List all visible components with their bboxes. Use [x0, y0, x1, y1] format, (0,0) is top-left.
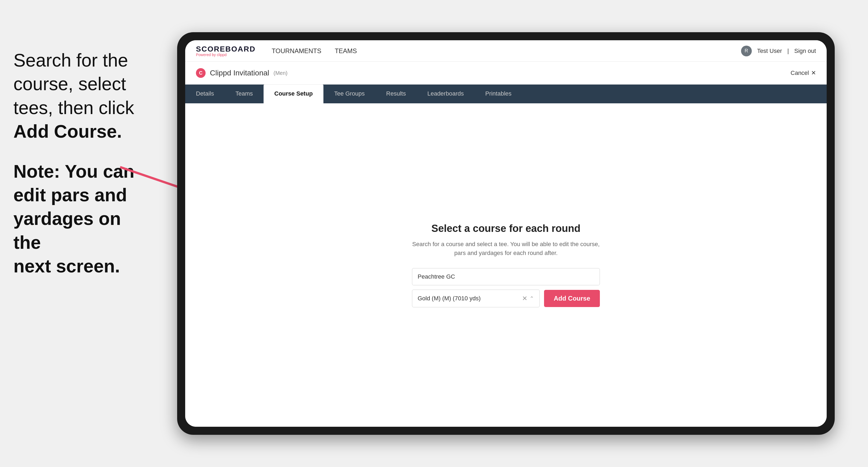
tournament-icon: C — [196, 68, 206, 78]
add-course-button[interactable]: Add Course — [544, 290, 600, 307]
nav-left: SCOREBOARD Powered by clippd TOURNAMENTS… — [196, 45, 357, 57]
nav-right: R Test User | Sign out — [741, 45, 816, 56]
logo: SCOREBOARD Powered by clippd — [196, 45, 255, 57]
nav-tournaments[interactable]: TOURNAMENTS — [272, 47, 321, 55]
tablet-device: SCOREBOARD Powered by clippd TOURNAMENTS… — [177, 32, 835, 435]
sign-out-link[interactable]: Sign out — [794, 48, 816, 55]
tab-printables[interactable]: Printables — [474, 85, 522, 103]
tab-leaderboards[interactable]: Leaderboards — [416, 85, 474, 103]
tee-dropdown[interactable]: Gold (M) (M) (7010 yds) ✕ ⌃ — [412, 289, 540, 307]
logo-title: SCOREBOARD — [196, 45, 255, 53]
tournament-title-area: C Clippd Invitational (Men) — [196, 68, 287, 78]
annotation-text: Search for the course, select tees, then… — [13, 48, 153, 143]
tee-controls: ✕ ⌃ — [522, 295, 534, 302]
user-avatar: R — [741, 45, 752, 56]
nav-links: TOURNAMENTS TEAMS — [272, 47, 357, 55]
tee-select-row: Gold (M) (M) (7010 yds) ✕ ⌃ Add Course — [412, 289, 600, 307]
tournament-name: Clippd Invitational — [210, 69, 269, 77]
course-search-input[interactable] — [412, 268, 600, 285]
main-content: Select a course for each round Search fo… — [185, 103, 827, 427]
top-nav: SCOREBOARD Powered by clippd TOURNAMENTS… — [185, 40, 827, 62]
annotation-note: Note: You can edit pars and yardages on … — [13, 159, 153, 278]
course-setup-card: Select a course for each round Search fo… — [412, 223, 600, 307]
tee-value: Gold (M) (M) (7010 yds) — [417, 295, 481, 302]
tab-results[interactable]: Results — [375, 85, 416, 103]
tab-tee-groups[interactable]: Tee Groups — [323, 85, 375, 103]
cancel-button[interactable]: Cancel ✕ — [791, 69, 816, 76]
tournament-badge: (Men) — [274, 70, 287, 76]
user-name: Test User — [757, 48, 782, 55]
tablet-screen: SCOREBOARD Powered by clippd TOURNAMENTS… — [185, 40, 827, 427]
tab-details[interactable]: Details — [185, 85, 225, 103]
tee-chevron-icon[interactable]: ⌃ — [530, 295, 534, 302]
card-description: Search for a course and select a tee. Yo… — [412, 240, 600, 257]
logo-subtitle: Powered by clippd — [196, 53, 255, 57]
tab-teams[interactable]: Teams — [225, 85, 264, 103]
tournament-header: C Clippd Invitational (Men) Cancel ✕ — [185, 62, 827, 85]
card-title: Select a course for each round — [412, 223, 600, 234]
annotation-area: Search for the course, select tees, then… — [0, 38, 166, 289]
nav-separator: | — [787, 48, 789, 55]
tab-course-setup[interactable]: Course Setup — [264, 85, 323, 103]
tee-clear-icon[interactable]: ✕ — [522, 295, 527, 302]
tabs-bar: Details Teams Course Setup Tee Groups Re… — [185, 85, 827, 103]
nav-teams[interactable]: TEAMS — [335, 47, 357, 55]
